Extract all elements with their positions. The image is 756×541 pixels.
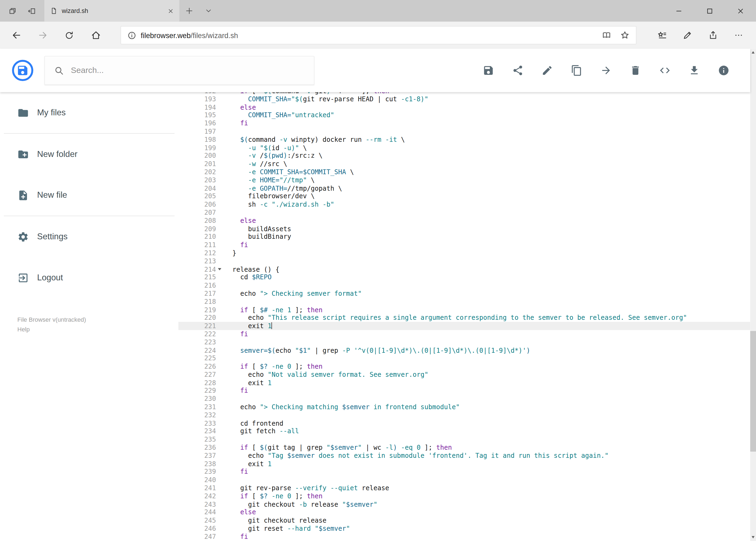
code-line[interactable]: 213 [178, 257, 750, 265]
code-line[interactable]: 203 -e HOME="//tmp" \ [178, 176, 750, 184]
code-line[interactable]: 225 [178, 354, 750, 362]
code-line[interactable]: 229 fi [178, 387, 750, 395]
reading-view-icon[interactable] [602, 31, 611, 39]
code-line[interactable]: 199 -u "$(id -u)" \ [178, 144, 750, 152]
share-icon[interactable] [512, 65, 524, 76]
code-line[interactable]: 192 if [ "$(command -v git)" != "" ]; th… [178, 92, 750, 95]
sidebar-item-my-files[interactable]: My files [0, 92, 178, 133]
edit-icon[interactable] [541, 65, 553, 76]
code-line[interactable]: 243 git checkout -b release "$semver" [178, 500, 750, 508]
help-link[interactable]: Help [17, 325, 86, 334]
code-line[interactable]: 216 [178, 281, 750, 289]
sidebar-item-settings[interactable]: Settings [0, 216, 178, 257]
page-info-icon[interactable] [127, 31, 136, 39]
fold-marker-icon[interactable] [216, 265, 223, 273]
code-line[interactable]: 223 [178, 338, 750, 346]
code-icon[interactable] [659, 65, 671, 76]
code-line[interactable]: 234 git fetch --all [178, 427, 750, 435]
browser-tab[interactable]: wizard.sh [44, 0, 179, 22]
code-line[interactable]: 214release () { [178, 265, 750, 273]
code-line[interactable]: 241 git rev-parse --verify --quiet relea… [178, 484, 750, 492]
code-line[interactable]: 237 echo "Tag $semver does not exist in … [178, 452, 750, 460]
code-line[interactable]: 230 [178, 395, 750, 403]
code-line[interactable]: 207 [178, 209, 750, 217]
set-aside-tabs-icon[interactable] [22, 0, 41, 22]
sidebar-item-logout[interactable]: Logout [0, 257, 178, 298]
code-line[interactable]: 195 COMMIT_SHA="untracked" [178, 111, 750, 119]
refresh-button[interactable] [56, 22, 82, 49]
code-line[interactable]: 193 COMMIT_SHA="$(git rev-parse HEAD | c… [178, 95, 750, 103]
sidebar-item-new-file[interactable]: New file [0, 175, 178, 216]
tab-dropdown-icon[interactable] [199, 0, 218, 22]
code-line[interactable]: 246 git reset --hard "$semver" [178, 525, 750, 533]
copy-icon[interactable] [571, 65, 583, 76]
code-line[interactable]: 212} [178, 249, 750, 257]
code-line[interactable]: 224 semver=$(echo "$1" | grep -P '^v(0|[… [178, 346, 750, 354]
code-line[interactable]: 210 buildBinary [178, 233, 750, 241]
code-line[interactable]: 239 fi [178, 468, 750, 476]
scroll-up-arrow[interactable] [750, 49, 756, 56]
more-options-icon[interactable] [725, 22, 751, 49]
code-line[interactable]: 200 -v /$(pwd):/src:z \ [178, 152, 750, 160]
save-icon[interactable] [483, 65, 494, 76]
browser-share-icon[interactable] [700, 22, 726, 49]
code-line[interactable]: 242 if [ $? -ne 0 ]; then [178, 492, 750, 500]
code-line[interactable]: 198 $(command -v winpty) docker run --rm… [178, 136, 750, 144]
code-line[interactable]: 194 else [178, 103, 750, 111]
delete-icon[interactable] [630, 65, 641, 76]
code-line[interactable]: 235 [178, 435, 750, 443]
code-line[interactable]: 211 fi [178, 241, 750, 249]
code-line[interactable]: 236 if [ $(git tag | grep "$semver" | wc… [178, 443, 750, 452]
tab-close-icon[interactable] [168, 8, 173, 14]
code-line[interactable]: 201 -w //src \ [178, 160, 750, 168]
code-line[interactable]: 244 else [178, 508, 750, 516]
code-line[interactable]: 217 echo "> Checking semver format" [178, 289, 750, 297]
code-line[interactable]: 209 buildAssets [178, 225, 750, 233]
maximize-button[interactable] [694, 0, 725, 22]
vertical-scrollbar[interactable] [750, 49, 756, 541]
code-line[interactable]: 240 [178, 476, 750, 484]
code-line[interactable]: 218 [178, 297, 750, 306]
code-line[interactable]: 220 echo "This release script requires a… [178, 314, 750, 322]
code-line[interactable]: 226 if [ $? -ne 0 ]; then [178, 362, 750, 370]
code-line[interactable]: 247 fi [178, 533, 750, 541]
code-line[interactable]: 228 exit 1 [178, 379, 750, 387]
info-icon[interactable] [718, 65, 730, 76]
code-line[interactable]: 196 fi [178, 119, 750, 128]
home-button[interactable] [82, 22, 109, 49]
scroll-down-arrow[interactable] [750, 534, 756, 541]
code-line[interactable]: 204 -e GOPATH=//tmp/gopath \ [178, 184, 750, 192]
web-note-icon[interactable] [674, 22, 700, 49]
code-line[interactable]: 238 exit 1 [178, 460, 750, 468]
download-icon[interactable] [688, 65, 700, 76]
search-input[interactable]: Search... [44, 56, 314, 85]
code-line[interactable]: 205 filebrowser/dev \ [178, 192, 750, 201]
code-line[interactable]: 202 -e COMMIT_SHA=$COMMIT_SHA \ [178, 168, 750, 176]
hub-favorites-icon[interactable] [649, 22, 674, 49]
address-bar[interactable]: filebrowser.web/files/wizard.sh [121, 26, 636, 44]
code-line[interactable]: 227 echo "Not valid semver format. See s… [178, 370, 750, 379]
code-line[interactable]: 231 echo "> Checking matching $semver in… [178, 403, 750, 411]
sidebar-item-new-folder[interactable]: New folder [0, 134, 178, 175]
code-editor[interactable]: 192 if [ "$(command -v git)" != "" ]; th… [178, 92, 750, 541]
favorite-star-icon[interactable] [621, 31, 629, 39]
code-line[interactable]: 219 if [ $# -ne 1 ]; then [178, 306, 750, 314]
code-line[interactable]: 233 cd frontend [178, 419, 750, 427]
scrollbar-thumb[interactable] [750, 331, 756, 452]
code-line[interactable]: 221 exit 1 [178, 322, 750, 330]
move-icon[interactable] [600, 65, 612, 76]
code-line[interactable]: 232 [178, 411, 750, 419]
new-tab-button[interactable] [179, 0, 199, 22]
minimize-button[interactable] [663, 0, 694, 22]
code-line[interactable]: 245 git checkout release [178, 516, 750, 525]
code-line[interactable]: 197 [178, 128, 750, 136]
filebrowser-logo[interactable] [12, 60, 34, 81]
forward-button[interactable] [29, 22, 56, 49]
close-button[interactable] [725, 0, 756, 22]
code-line[interactable]: 222 fi [178, 330, 750, 338]
back-button[interactable] [3, 22, 29, 49]
code-line[interactable]: 208 else [178, 217, 750, 225]
tab-preview-icon[interactable] [3, 0, 22, 22]
code-line[interactable]: 206 sh -c "./wizard.sh -b" [178, 201, 750, 209]
code-line[interactable]: 215 cd $REPO [178, 273, 750, 281]
